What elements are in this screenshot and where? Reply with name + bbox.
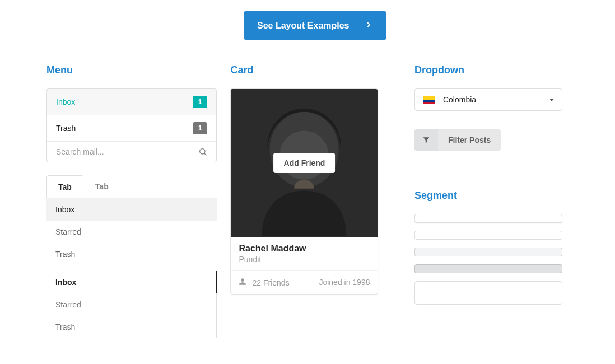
vmenu-item-starred[interactable]: Starred: [46, 293, 216, 316]
segment-heading: Segment: [414, 190, 569, 202]
segment-group-row: [415, 282, 562, 304]
menu-item-label: Inbox: [56, 97, 75, 106]
filter-icon: [414, 129, 438, 151]
profile-card: Add Friend Rachel Maddaw Pundit 22 Frien…: [230, 88, 378, 295]
tab-list-starred[interactable]: Starred: [46, 221, 217, 243]
card-joined: Joined in 1998: [319, 278, 370, 287]
vertical-pointing-menu: Inbox Starred Trash: [46, 271, 217, 338]
user-icon: [239, 278, 246, 287]
tab-a[interactable]: Tab: [46, 175, 83, 198]
segment-basic: [414, 231, 562, 240]
colombia-flag-icon: [423, 96, 435, 104]
card-image: Add Friend: [231, 89, 378, 237]
dropdown-selected: Colombia: [443, 95, 476, 104]
tab-list-trash[interactable]: Trash: [46, 243, 217, 265]
card-friends[interactable]: 22 Friends: [239, 278, 289, 287]
badge: 1: [193, 122, 208, 134]
tab-list-inbox[interactable]: Inbox: [46, 198, 217, 221]
tab-bar: Tab Tab: [46, 175, 217, 198]
vmenu-item-trash[interactable]: Trash: [46, 316, 216, 338]
dropdown-heading: Dropdown: [414, 64, 569, 76]
segment-secondary: [414, 248, 562, 256]
filter-label: Filter Posts: [438, 129, 501, 151]
filter-posts-button[interactable]: Filter Posts: [414, 129, 501, 151]
menu-item-label: Trash: [56, 124, 76, 133]
vmenu-item-inbox[interactable]: Inbox: [46, 271, 216, 293]
right-column: Dropdown Colombia Filter Posts Segment: [414, 64, 569, 338]
card-extra: 22 Friends Joined in 1998: [231, 270, 378, 294]
menu-item-trash[interactable]: Trash 1: [47, 115, 216, 142]
card-column: Card Add Friend Rachel Maddaw Pundi: [230, 64, 400, 338]
chevron-right-icon: [364, 19, 373, 32]
segment-group: [414, 281, 562, 305]
tab-b[interactable]: Tab: [83, 175, 120, 198]
tab-content: Inbox Starred Trash: [46, 198, 217, 265]
segment-raised: [414, 214, 562, 223]
card-heading: Card: [230, 64, 400, 76]
chevron-down-icon: [549, 99, 554, 101]
hero-button-label: See Layout Examples: [257, 21, 350, 31]
segment-tertiary: [414, 264, 562, 273]
menu-heading: Menu: [46, 64, 217, 76]
search-icon: [198, 147, 207, 156]
add-friend-button[interactable]: Add Friend: [274, 153, 336, 173]
menu-column: Menu Inbox 1 Trash 1 Tab: [46, 64, 217, 338]
card-content: Rachel Maddaw Pundit: [231, 237, 378, 270]
menu-search: [47, 142, 216, 162]
mail-menu: Inbox 1 Trash 1: [46, 88, 217, 162]
see-layout-examples-button[interactable]: See Layout Examples: [244, 11, 386, 40]
card-name: Rachel Maddaw: [239, 244, 370, 254]
divider: [414, 120, 562, 120]
friends-text: 22 Friends: [252, 278, 289, 287]
search-input[interactable]: [56, 147, 177, 156]
badge: 1: [193, 96, 208, 108]
card-subtitle: Pundit: [239, 255, 370, 264]
menu-item-inbox[interactable]: Inbox 1: [47, 89, 216, 115]
country-dropdown[interactable]: Colombia: [414, 88, 562, 111]
svg-line-1: [204, 153, 206, 155]
